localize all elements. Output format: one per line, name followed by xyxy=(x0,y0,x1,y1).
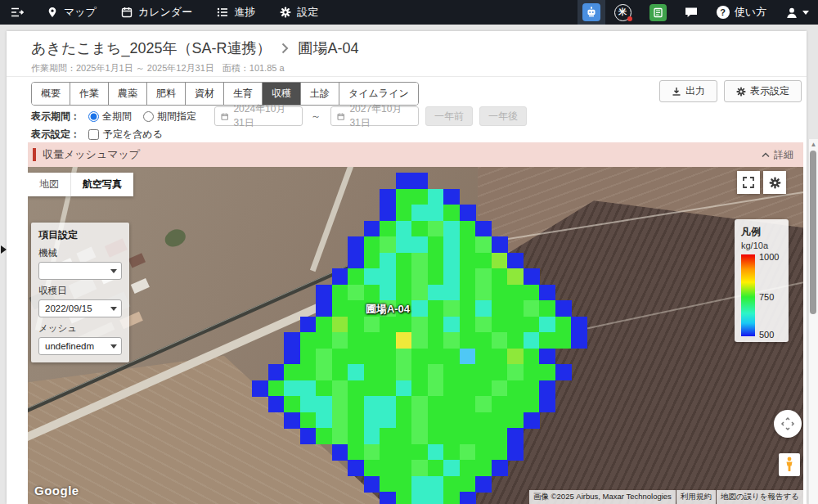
mesh-cell[interactable] xyxy=(348,285,364,301)
mesh-cell[interactable] xyxy=(380,460,396,476)
mesh-cell[interactable] xyxy=(268,380,285,397)
sidebar-toggle-button[interactable] xyxy=(0,0,34,25)
mesh-cell[interactable] xyxy=(380,492,396,504)
mesh-cell[interactable] xyxy=(492,460,508,476)
mesh-cell[interactable] xyxy=(507,253,524,269)
mesh-cell[interactable] xyxy=(492,236,508,253)
tab-timeline[interactable]: タイムライン xyxy=(339,83,418,105)
mesh-cell[interactable] xyxy=(411,317,428,333)
mesh-cell[interactable] xyxy=(475,268,492,285)
mesh-cell[interactable] xyxy=(348,412,364,429)
mesh-cell[interactable] xyxy=(364,428,380,444)
mesh-cell[interactable] xyxy=(507,428,524,444)
map-type-map-button[interactable]: 地図 xyxy=(28,173,70,196)
mesh-cell[interactable] xyxy=(524,380,540,397)
tab-fertilizer[interactable]: 肥料 xyxy=(147,83,186,105)
nav-item-progress[interactable]: 進捗 xyxy=(204,0,267,25)
mesh-cell[interactable] xyxy=(475,444,492,461)
tab-work[interactable]: 作業 xyxy=(70,83,109,105)
mesh-cell[interactable] xyxy=(443,236,460,253)
mesh-cell[interactable] xyxy=(411,332,428,349)
mesh-cell[interactable] xyxy=(300,380,317,397)
tab-harvest[interactable]: 収穫 xyxy=(263,83,301,105)
mesh-cell[interactable] xyxy=(364,332,380,349)
mesh-cell[interactable] xyxy=(428,221,444,237)
mesh-cell[interactable] xyxy=(539,349,555,365)
mesh-cell[interactable] xyxy=(507,364,524,380)
help-button[interactable]: ? 使い方 xyxy=(707,0,776,25)
mesh-cell[interactable] xyxy=(380,268,396,285)
mesh-cell[interactable] xyxy=(443,380,460,397)
mesh-cell[interactable] xyxy=(443,285,460,301)
mesh-cell[interactable] xyxy=(364,476,380,493)
app-robot-button[interactable] xyxy=(578,0,605,25)
mesh-cell[interactable] xyxy=(428,332,444,349)
mesh-cell[interactable] xyxy=(411,492,428,504)
mesh-cell[interactable] xyxy=(539,364,555,380)
scrollbar[interactable]: ▲ xyxy=(808,139,818,504)
mesh-cell[interactable] xyxy=(555,364,572,380)
mesh-cell[interactable] xyxy=(443,412,460,429)
nav-item-map[interactable]: マップ xyxy=(34,0,109,25)
mesh-cell[interactable] xyxy=(364,444,380,461)
mesh-cell[interactable] xyxy=(443,221,460,237)
mesh-cell[interactable] xyxy=(492,412,508,429)
mesh-cell[interactable] xyxy=(364,221,380,237)
mesh-cell[interactable] xyxy=(475,317,492,333)
mesh-cell[interactable] xyxy=(396,236,412,253)
mesh-cell[interactable] xyxy=(348,460,364,476)
mesh-cell[interactable] xyxy=(364,285,380,301)
radio-range-period[interactable]: 期間指定 xyxy=(143,110,196,124)
mesh-cell[interactable] xyxy=(443,476,460,493)
mesh-cell[interactable] xyxy=(428,428,444,444)
mesh-cell[interactable] xyxy=(492,300,508,317)
mesh-cell[interactable] xyxy=(460,380,476,397)
mesh-cell[interactable] xyxy=(475,349,492,365)
mesh-cell[interactable] xyxy=(396,205,412,221)
mesh-cell[interactable] xyxy=(443,205,460,221)
mesh-cell[interactable] xyxy=(316,332,332,349)
map-type-satellite-button[interactable]: 航空写真 xyxy=(71,173,133,196)
report-error-link[interactable]: 地図の誤りを報告する xyxy=(717,490,803,504)
mesh-cell[interactable] xyxy=(460,444,476,461)
mesh-cell[interactable] xyxy=(428,492,444,504)
mesh-cell[interactable] xyxy=(380,349,396,365)
mesh-cell[interactable] xyxy=(380,221,396,237)
mesh-cell[interactable] xyxy=(380,205,396,221)
mesh-cell[interactable] xyxy=(460,349,476,365)
mesh-cell[interactable] xyxy=(364,236,380,253)
chat-button[interactable] xyxy=(676,0,707,25)
mesh-cell[interactable] xyxy=(507,396,524,412)
mesh-cell[interactable] xyxy=(348,253,364,269)
mesh-cell[interactable] xyxy=(539,317,555,333)
mesh-cell[interactable] xyxy=(460,317,476,333)
mesh-cell[interactable] xyxy=(492,364,508,380)
mesh-cell[interactable] xyxy=(443,460,460,476)
mesh-cell[interactable] xyxy=(252,380,268,397)
mesh-cell[interactable] xyxy=(364,380,380,397)
mesh-cell[interactable] xyxy=(332,332,348,349)
mesh-cell[interactable] xyxy=(443,492,460,504)
export-button[interactable]: 出力 xyxy=(659,80,717,102)
mesh-cell[interactable] xyxy=(524,300,540,317)
mesh-cell[interactable] xyxy=(460,364,476,380)
mesh-cell[interactable] xyxy=(380,380,396,397)
date-from-input[interactable]: 2024年10月31日 xyxy=(214,106,303,126)
terms-link[interactable]: 利用規約 xyxy=(676,490,716,504)
mesh-cell[interactable] xyxy=(443,317,460,333)
mesh-cell[interactable] xyxy=(492,380,508,397)
mesh-cell[interactable] xyxy=(396,396,412,412)
mesh-cell[interactable] xyxy=(396,332,412,349)
mesh-cell[interactable] xyxy=(460,268,476,285)
app-book-button[interactable] xyxy=(640,0,676,25)
mesh-cell[interactable] xyxy=(348,380,364,397)
mesh-cell[interactable] xyxy=(460,205,476,221)
mesh-cell[interactable] xyxy=(316,285,332,301)
account-menu-button[interactable] xyxy=(776,0,818,25)
mesh-cell[interactable] xyxy=(364,317,380,333)
mesh-cell[interactable] xyxy=(364,460,380,476)
mesh-cell[interactable] xyxy=(364,349,380,365)
mesh-cell[interactable] xyxy=(475,300,492,317)
mesh-cell[interactable] xyxy=(380,285,396,301)
mesh-cell[interactable] xyxy=(460,428,476,444)
